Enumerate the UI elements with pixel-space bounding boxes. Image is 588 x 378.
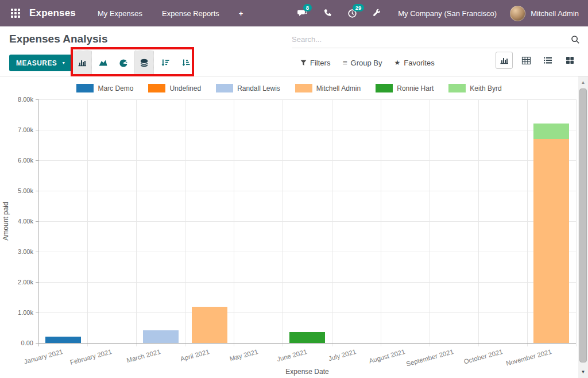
vertical-scrollbar[interactable]: ▲ ▼ (578, 76, 588, 378)
graph-view-icon (500, 56, 509, 65)
bar-segment[interactable] (533, 139, 569, 343)
navbar-left: Expenses My Expenses Expense Reports + (0, 6, 243, 20)
scrollbar-thumb[interactable] (579, 88, 587, 362)
sort-desc-button[interactable] (155, 51, 175, 75)
pie-chart-button[interactable] (114, 51, 133, 75)
bar-segment[interactable] (289, 332, 325, 343)
apps-grid-icon (11, 9, 20, 18)
sort-asc-button[interactable] (176, 51, 195, 75)
menu-expense-reports[interactable]: Expense Reports (162, 9, 219, 18)
x-tick-label: September 2021 (405, 348, 454, 368)
tools-button[interactable] (371, 7, 382, 19)
legend-label: Ronnie Hart (397, 84, 434, 92)
x-gridline (87, 99, 88, 346)
list-view-icon (543, 56, 552, 64)
x-tick-label: August 2021 (368, 348, 405, 364)
plot-area: 0.001.00k2.00k3.00k4.00k5.00k6.00k7.00k8… (38, 99, 576, 343)
bar-segment[interactable] (45, 337, 81, 343)
x-tick-label: February 2021 (69, 348, 112, 366)
filters-button[interactable]: Filters (300, 59, 330, 67)
x-gridline (381, 99, 381, 346)
group-by-label: Group By (351, 59, 382, 67)
legend-swatch (376, 84, 393, 92)
legend-item[interactable]: Undefined (148, 84, 201, 92)
x-tick-label: March 2021 (126, 348, 161, 364)
avatar (510, 6, 525, 21)
y-tick-label: 4.00k (18, 218, 33, 225)
app-name[interactable]: Expenses (29, 7, 76, 19)
legend-item[interactable]: Ronnie Hart (376, 84, 434, 92)
bar-chart-button[interactable] (72, 51, 92, 75)
control-panel: Expenses Analysis MEASURES ▼ (0, 26, 588, 76)
x-tick-label: January 2021 (23, 348, 63, 365)
legend-label: Marc Demo (98, 84, 133, 92)
list-view-button[interactable] (539, 52, 556, 69)
pivot-view-button[interactable] (517, 52, 535, 69)
x-tick-label: June 2021 (276, 348, 308, 362)
group-by-icon: ≡ (342, 58, 347, 67)
group-by-button[interactable]: ≡ Group By (342, 58, 382, 67)
legend-item[interactable]: Keith Byrd (448, 84, 501, 92)
bar-segment[interactable] (143, 330, 179, 343)
legend-label: Randall Lewis (237, 84, 280, 92)
y-tick-label: 6.00k (18, 157, 33, 164)
search-input[interactable] (292, 35, 571, 44)
y-tick-label: 8.00k (18, 96, 33, 103)
company-switcher[interactable]: My Company (San Francisco) (398, 9, 497, 18)
y-gridline (38, 130, 576, 130)
legend-swatch (448, 84, 466, 92)
filters-label: Filters (310, 59, 330, 67)
menu-plus-button[interactable]: + (239, 9, 243, 18)
x-tick-label: May 2021 (229, 348, 259, 362)
legend-item[interactable]: Mitchell Admin (295, 84, 361, 92)
x-tick-label: July 2021 (328, 348, 357, 362)
page-title: Expenses Analysis (9, 33, 107, 45)
stacked-button[interactable] (134, 51, 154, 75)
star-icon: ★ (394, 59, 400, 67)
search-icon[interactable] (571, 35, 580, 44)
view-switcher (496, 52, 578, 69)
kanban-view-button[interactable] (561, 52, 578, 69)
legend-swatch (216, 84, 233, 92)
x-gridline (430, 99, 430, 346)
x-axis-title: Expense Date (285, 368, 328, 376)
y-tick-label: 3.00k (18, 248, 33, 255)
legend-item[interactable]: Marc Demo (76, 84, 133, 92)
menu-my-expenses[interactable]: My Expenses (98, 9, 142, 18)
bar-segment[interactable] (533, 124, 569, 139)
x-tick-label: April 2021 (180, 348, 210, 362)
pivot-view-icon (521, 56, 531, 65)
scrollbar-down-arrow[interactable]: ▼ (578, 367, 588, 377)
top-menu: My Expenses Expense Reports + (98, 9, 243, 18)
y-axis-title: Amount paid (2, 202, 10, 240)
measures-button[interactable]: MEASURES ▼ (9, 55, 73, 71)
search-box (292, 31, 580, 48)
x-tick-label: November 2021 (505, 348, 552, 367)
y-tick-label: 7.00k (18, 126, 33, 133)
chart-type-buttons (72, 49, 195, 76)
favorites-button[interactable]: ★ Favorites (394, 59, 434, 67)
y-gridline (38, 160, 576, 161)
y-tick-label: 5.00k (18, 187, 33, 194)
user-menu[interactable]: Mitchell Admin (510, 6, 579, 21)
voip-button[interactable] (322, 7, 333, 19)
favorites-label: Favorites (404, 59, 434, 67)
x-gridline (576, 99, 577, 346)
x-gridline (332, 99, 332, 346)
wrench-icon (372, 9, 381, 18)
line-area-chart-button[interactable] (93, 51, 113, 75)
legend-swatch (148, 84, 165, 92)
legend-item[interactable]: Randall Lewis (216, 84, 280, 92)
filters-bar: Filters ≡ Group By ★ Favorites (300, 53, 435, 72)
scrollbar-up-arrow[interactable]: ▲ (578, 78, 588, 87)
y-gridline (38, 343, 576, 344)
bar-segment[interactable] (192, 307, 227, 343)
area-chart-icon (98, 58, 108, 67)
activities-badge: 29 (353, 4, 364, 11)
measures-label: MEASURES (16, 59, 57, 67)
messages-button[interactable]: 8 (297, 7, 308, 19)
messages-badge: 8 (303, 4, 311, 11)
activities-button[interactable]: 29 (346, 7, 358, 19)
apps-menu-button[interactable] (9, 6, 22, 20)
graph-view-button[interactable] (496, 52, 513, 69)
